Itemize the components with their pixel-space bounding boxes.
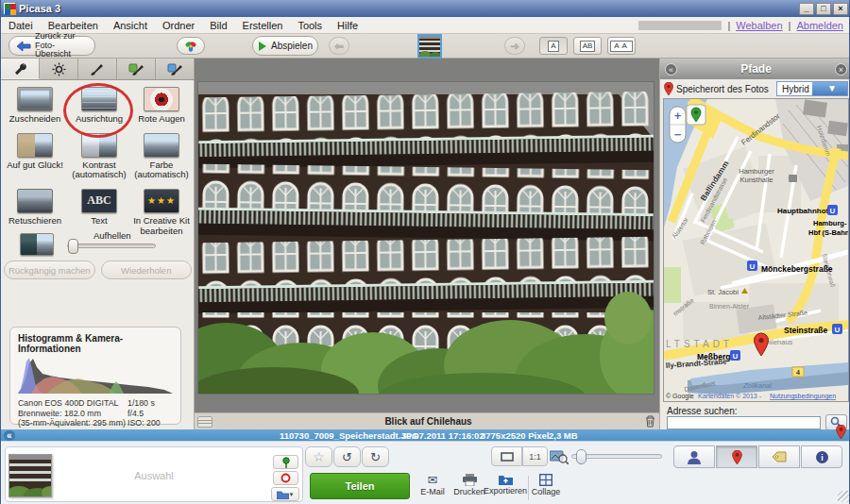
email-button[interactable]: ✉ E-Mail [412, 474, 453, 502]
tool-label: Ausrichtung [76, 114, 123, 125]
maximize-button[interactable]: □ [816, 3, 831, 15]
tab-basic-fixes[interactable] [1, 59, 40, 79]
share-button[interactable]: Teilen [310, 473, 410, 499]
histogram-title: Histogramm & Kamera-Informationen [18, 333, 173, 354]
zoom-slider-thumb[interactable] [576, 449, 586, 464]
histogram-chart [18, 354, 173, 394]
menu-ansicht[interactable]: Ansicht [106, 19, 155, 32]
map-zoom-control[interactable]: + − [670, 107, 686, 143]
tool-farbe[interactable]: Farbe (automatisch) [132, 133, 191, 180]
show-places-button[interactable] [716, 445, 757, 468]
address-search-input[interactable] [667, 416, 821, 429]
view-mode-single-button[interactable]: A [539, 37, 568, 55]
tool-ausrichtung[interactable]: Ausrichtung [66, 87, 132, 125]
camera-model: Canon EOS 400D DIGITAL [18, 398, 128, 409]
minimize-button[interactable]: _ [799, 3, 814, 15]
trash-icon[interactable] [645, 415, 655, 428]
actual-size-button[interactable]: 1:1 [522, 446, 548, 466]
menu-tools[interactable]: Tools [290, 19, 330, 32]
tab-tuning[interactable] [40, 59, 78, 79]
tool-kontrast[interactable]: Kontrast (automatisch) [66, 133, 132, 180]
hold-selection-button[interactable] [273, 455, 298, 469]
fit-to-screen-button[interactable] [491, 446, 522, 466]
tool-zuschneiden[interactable]: Zuschneiden [4, 87, 66, 125]
terms-link[interactable]: Nutzungsbedingungen [770, 393, 836, 400]
person-icon [687, 450, 702, 464]
close-button[interactable]: × [833, 3, 848, 15]
red-marker-icon [664, 82, 673, 95]
tab-effects-3[interactable] [156, 59, 195, 79]
zoom-out-button[interactable]: − [674, 127, 682, 142]
play-button[interactable]: Abspielen [252, 36, 318, 56]
rotate-left-button[interactable]: ↺ [333, 446, 361, 467]
export-folder-icon [499, 474, 513, 485]
tab-effects-2[interactable] [117, 59, 156, 79]
webalben-link[interactable]: Webalben [736, 20, 782, 31]
separator: | [789, 20, 791, 31]
pinwheel-button[interactable] [177, 37, 205, 55]
menu-bearbeiten[interactable]: Bearbeiten [41, 19, 106, 32]
map-label: Kunsthalle [740, 176, 773, 184]
selection-placeholder: Auswahl [6, 470, 302, 481]
menu-hilfe[interactable]: Hilfe [330, 19, 366, 32]
close-panel-icon[interactable]: × [835, 63, 847, 76]
current-photo-thumbnail[interactable] [417, 34, 442, 59]
tool-rote-augen[interactable]: Rote Augen [132, 87, 191, 125]
export-button[interactable]: Exportieren [484, 474, 526, 502]
tool-auf-gut-glueck[interactable]: Auf gut Glück! [4, 133, 66, 180]
previous-photo-button[interactable]: ⬅ [329, 37, 349, 55]
tool-text[interactable]: ABC Text [66, 189, 132, 236]
rotate-right-button[interactable]: ↻ [362, 446, 389, 467]
map[interactable]: Ballindamm Ferdinandstor Ferdinandstrass… [663, 98, 849, 402]
fill-light-slider-thumb[interactable] [68, 239, 78, 254]
camera-info: Canon EOS 400D DIGITAL 1/180 s Brennweit… [18, 398, 173, 428]
collapse-tray-icon[interactable]: « [4, 430, 15, 441]
drop-marker-button[interactable] [687, 105, 706, 125]
play-button-label: Abspielen [271, 41, 313, 51]
red-circle-icon [280, 473, 291, 483]
back-button-label: Zurück zur Foto-Übersicht [35, 32, 88, 59]
photo-chilehaus[interactable] [198, 82, 654, 394]
caption-edit-icon[interactable] [197, 416, 212, 428]
menu-bar: Datei Bearbeiten Ansicht Ordner Bild Ers… [1, 17, 850, 34]
zoom-in-button[interactable]: + [674, 109, 682, 123]
abmelden-link[interactable]: Abmelden [796, 20, 843, 31]
fill-light-slider[interactable] [67, 244, 156, 248]
photo-viewer: Blick auf Chilehaus [195, 59, 659, 429]
view-mode-compare-button[interactable]: AB [573, 37, 602, 55]
menu-datei[interactable]: Datei [1, 19, 41, 32]
add-to-album-button[interactable]: ▼ [271, 487, 299, 501]
collage-button[interactable]: Collage [525, 474, 567, 502]
map-label: Hamburg- [813, 219, 847, 227]
map-label: Hamburger [739, 167, 774, 176]
shutter-speed: 1/180 s [128, 398, 173, 409]
collapse-panel-icon[interactable]: « [665, 63, 677, 76]
menu-bild[interactable]: Bild [202, 19, 234, 32]
map-copyright: Kartendaten © 2013 - [698, 393, 762, 399]
menu-ordner[interactable]: Ordner [155, 19, 202, 32]
redo-button[interactable]: Wiederholen [101, 260, 193, 279]
email-label: E-Mail [420, 487, 445, 496]
show-people-button[interactable] [673, 445, 715, 468]
zoom-slider[interactable] [571, 454, 662, 459]
clear-selection-button[interactable] [273, 471, 298, 485]
u-bahn-badge: U [830, 207, 836, 215]
next-photo-button[interactable]: ➜ [504, 37, 525, 55]
menu-erstellen[interactable]: Erstellen [235, 19, 291, 32]
pinwheel-icon [184, 40, 197, 53]
redacted-account-email [638, 21, 722, 30]
fill-light-label: Aufhellen [94, 230, 131, 241]
map-type-dropdown[interactable]: Hybrid ▼ [776, 81, 848, 96]
photo-caption[interactable]: Blick auf Chilehaus [215, 416, 641, 427]
tool-retuschieren[interactable]: Retuschieren [4, 189, 66, 236]
undo-button[interactable]: Rückgängig machen [4, 260, 95, 279]
view-mode-split-button[interactable]: AA [607, 37, 636, 55]
star-button[interactable]: ☆ [305, 446, 332, 467]
resize-grip[interactable] [838, 491, 849, 502]
tool-creative-kit[interactable]: ★★★ In Creative Kit bearbeiten [132, 189, 191, 236]
back-to-library-button[interactable]: Zurück zur Foto-Übersicht [8, 36, 95, 56]
tab-effects-1[interactable] [78, 59, 117, 79]
show-tags-button[interactable] [758, 445, 800, 468]
back-arrow-icon [16, 41, 31, 52]
show-info-button[interactable]: i [801, 445, 842, 468]
